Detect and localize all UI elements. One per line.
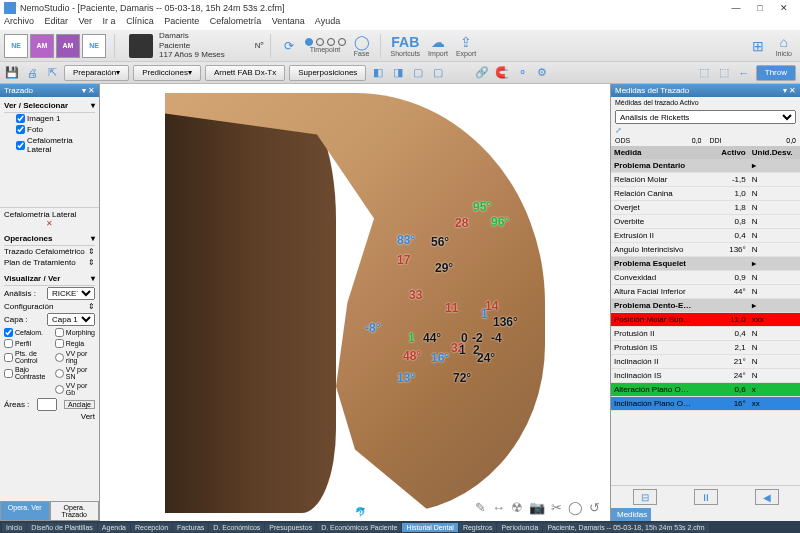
face-tracing[interactable]: 95°96°2883°56°1729°3311141-8°136°144°320… — [165, 93, 545, 513]
measurement-row[interactable]: Inclinación II21°N — [611, 355, 800, 369]
measurement-row[interactable]: Protusión IS2,1N — [611, 341, 800, 355]
camera-icon[interactable]: 📷 — [529, 500, 545, 515]
rpanel-pin-icon[interactable]: ▾ ✕ — [783, 86, 796, 95]
delete-icon[interactable]: ✕ — [4, 219, 95, 228]
minimize-button[interactable]: — — [724, 3, 748, 13]
measurement-row[interactable]: Relación Canina1,0N — [611, 187, 800, 201]
ft-perio[interactable]: Periodoncia — [497, 523, 542, 532]
measurement-row[interactable]: Alteración Plano O…0,6x — [611, 383, 800, 397]
cut-icon[interactable]: ✂ — [551, 500, 562, 515]
chk-regla[interactable] — [55, 339, 64, 348]
tree-imagen1[interactable]: Imagen 1 — [4, 113, 95, 124]
menu-clinica[interactable]: Clínica — [126, 16, 154, 26]
expand-icon[interactable]: ⤢ — [611, 126, 800, 135]
fase-control[interactable]: ◯Fase — [354, 34, 370, 57]
chk-perfil[interactable] — [4, 339, 13, 348]
capa-select[interactable]: Capa 1 — [47, 313, 95, 326]
rp-btn-3[interactable]: ◀ — [755, 489, 779, 505]
print-icon[interactable]: 🖨 — [24, 65, 40, 81]
apps-grid-icon[interactable]: ⊞ — [748, 36, 768, 56]
rp-btn-1[interactable]: ⊟ — [633, 489, 657, 505]
ft-diseno[interactable]: Diseño de Plantillas — [27, 523, 96, 532]
arrow-left-icon[interactable]: ← — [736, 65, 752, 81]
areas-input[interactable] — [37, 398, 57, 411]
measurement-row[interactable]: Relación Molar-1,5N — [611, 173, 800, 187]
rad-gb[interactable] — [55, 385, 64, 394]
analisis-select[interactable]: RICKETTS — [47, 287, 95, 300]
measurement-row[interactable]: Angulo Interincisivo136°N — [611, 243, 800, 257]
module-am2[interactable]: AM — [56, 34, 80, 58]
ft-reg[interactable]: Registros — [459, 523, 497, 532]
measurement-row[interactable]: Protusión II0,4N — [611, 327, 800, 341]
ft-facturas[interactable]: Facturas — [173, 523, 208, 532]
tool-a-icon[interactable]: ◧ — [370, 65, 386, 81]
share-icon[interactable]: ⚬ — [514, 65, 530, 81]
shortcuts-button[interactable]: FABShortcuts — [391, 34, 421, 57]
throw-button[interactable]: Throw — [756, 65, 796, 81]
export-button[interactable]: ⇪Export — [456, 34, 476, 57]
tree-cefalo[interactable]: Cefalometría Lateral — [4, 135, 95, 155]
measurement-row[interactable]: Inclinación IS24°N — [611, 369, 800, 383]
chk-pts[interactable] — [4, 353, 13, 362]
timepoint-control[interactable]: Timepoint — [305, 38, 346, 53]
superpos-button[interactable]: Superposiciones — [289, 65, 366, 81]
home-button[interactable]: ⌂Inicio — [776, 34, 792, 57]
menu-ira[interactable]: Ir a — [103, 16, 116, 26]
measurements-list[interactable]: Problema Dentario▸Relación Molar-1,5NRel… — [611, 159, 800, 485]
menu-cefalometria[interactable]: Cefalometría — [210, 16, 262, 26]
fit-icon[interactable]: ⇱ — [44, 65, 60, 81]
ft-hist[interactable]: Historial Dental — [402, 523, 457, 532]
chk-bajo[interactable] — [4, 369, 13, 378]
ft-recepcion[interactable]: Recepción — [131, 523, 172, 532]
menu-ayuda[interactable]: Ayuda — [315, 16, 340, 26]
config-spinner[interactable]: ⇕ — [88, 302, 95, 311]
reset-icon[interactable]: ↺ — [589, 500, 600, 515]
tab-opera-ver[interactable]: Opera. Ver — [0, 501, 50, 521]
maximize-button[interactable]: □ — [748, 3, 772, 13]
measurement-row[interactable]: Overjet1,8N — [611, 201, 800, 215]
measurement-row[interactable]: Extrusión II0,4N — [611, 229, 800, 243]
chk-morph[interactable] — [55, 328, 64, 337]
arnett-button[interactable]: Arnett FAB Dx-Tx — [205, 65, 285, 81]
import-button[interactable]: ☁Import — [428, 34, 448, 57]
module-am1[interactable]: AM — [30, 34, 54, 58]
menu-editar[interactable]: Editar — [45, 16, 69, 26]
measurement-group[interactable]: Problema Dentario▸ — [611, 159, 800, 173]
chk-cefalom[interactable] — [4, 328, 13, 337]
close-button[interactable]: ✕ — [772, 3, 796, 13]
ft-presup[interactable]: Presupuestos — [265, 523, 316, 532]
tool-b-icon[interactable]: ◨ — [390, 65, 406, 81]
measure-icon[interactable]: ✎ — [475, 500, 486, 515]
rad-ring[interactable] — [55, 353, 64, 362]
measurement-row[interactable]: Overbite0,8N — [611, 215, 800, 229]
radiation-icon[interactable]: ☢ — [511, 500, 523, 515]
visualizar-header[interactable]: Visualizar / Ver▾ — [4, 272, 95, 286]
menu-ver[interactable]: Ver — [79, 16, 93, 26]
preparacion-button[interactable]: Preparación ▾ — [64, 65, 129, 81]
measurement-row[interactable]: Convexidad0,9N — [611, 271, 800, 285]
ruler-icon[interactable]: ↔ — [492, 500, 505, 515]
ft-pac[interactable]: Paciente, Damaris -- 05-03-18, 15h 24m 5… — [543, 523, 708, 532]
ft-decon[interactable]: D. Económicos — [209, 523, 264, 532]
crop2-icon[interactable]: ⬚ — [716, 65, 732, 81]
refresh-icon[interactable]: ⟳ — [279, 36, 299, 56]
patient-avatar[interactable] — [129, 34, 153, 58]
tool-c-icon[interactable]: ▢ — [410, 65, 426, 81]
ft-deconp[interactable]: D. Económicos Paciente — [317, 523, 401, 532]
tool-d-icon[interactable]: ▢ — [430, 65, 446, 81]
operaciones-header[interactable]: Operaciones▾ — [4, 232, 95, 246]
link-icon[interactable]: 🔗 — [474, 65, 490, 81]
tab-medidas[interactable]: Medidas — [611, 508, 651, 521]
anclaje-button[interactable]: Anclaje — [64, 400, 95, 409]
menu-ventana[interactable]: Ventana — [272, 16, 305, 26]
circle-icon[interactable]: ◯ — [568, 500, 583, 515]
gear-icon[interactable]: ⚙ — [534, 65, 550, 81]
predicciones-button[interactable]: Predicciones ▾ — [133, 65, 201, 81]
rad-sn[interactable] — [55, 369, 64, 378]
tab-opera-trazado[interactable]: Opera. Trazado — [50, 501, 100, 521]
menu-archivo[interactable]: Archivo — [4, 16, 34, 26]
ver-seleccionar-header[interactable]: Ver / Seleccionar▾ — [4, 99, 95, 113]
analysis-select[interactable]: Análisis de Ricketts — [615, 110, 796, 124]
magnet-icon[interactable]: 🧲 — [494, 65, 510, 81]
module-ne[interactable]: NE — [4, 34, 28, 58]
